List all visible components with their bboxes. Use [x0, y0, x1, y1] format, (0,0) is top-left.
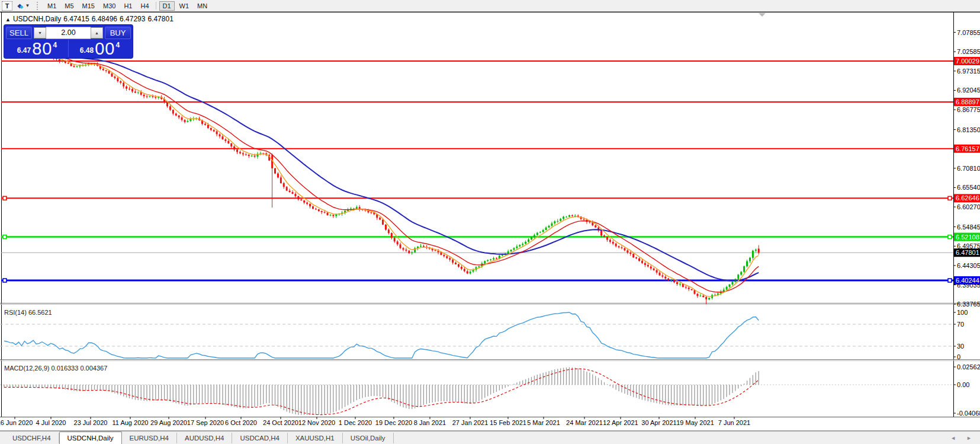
volume-decrease-button[interactable]: ▼ [34, 27, 46, 39]
buy-price-big: 00 [95, 41, 115, 56]
level-price-label: 6.62646 [956, 194, 979, 202]
chart-tab-audusd[interactable]: AUDUSD,H4 [177, 433, 232, 443]
date-tick: 15 Feb 2021 [490, 419, 526, 426]
volume-increase-button[interactable]: ▲ [91, 27, 103, 39]
date-tick: 30 Apr 2021 [641, 419, 676, 426]
level-price-label: 6.88897 [956, 98, 979, 106]
line-handle[interactable] [948, 279, 952, 282]
price-tick: 6.92045 [957, 87, 980, 94]
sell-price-pip: 4 [53, 41, 57, 49]
ohlc-high: 6.48496 [92, 15, 117, 23]
date-tick: 7 Jun 2021 [718, 419, 750, 426]
rsi-label: RSI(14) 66.5621 [4, 309, 52, 316]
line-handle[interactable] [3, 279, 7, 282]
rsi-tick: 70 [957, 321, 964, 328]
level-price-label: 6.52108 [956, 234, 979, 241]
date-tick: 8 Jan 2021 [414, 419, 446, 426]
date-tick: 24 Oct 2020 [263, 419, 298, 426]
line-handle[interactable] [3, 196, 7, 200]
macd-tick: -0.040687 [957, 410, 980, 417]
price-tick: 7.02585 [957, 48, 980, 55]
buy-button[interactable]: BUY [105, 27, 131, 39]
date-tick: 24 Mar 2021 [566, 419, 603, 426]
chart-title: ▲USDCNH,Daily6.474156.484966.472936.4780… [5, 15, 176, 23]
chart-tab-bar: USDCHF,H4USDCNH,DailyEURUSD,H4AUDUSD,H4U… [0, 431, 980, 444]
macd-tick: 0.00 [957, 381, 969, 388]
rsi-tick: 100 [957, 309, 968, 316]
sell-button[interactable]: SELL [6, 27, 32, 39]
macd-tick: 0.025623 [957, 363, 980, 370]
buy-price[interactable]: 6.48 00 4 [69, 40, 131, 57]
current-price-label: 6.47801 [956, 249, 979, 256]
chart-tab-usoil[interactable]: USOil,Daily [343, 433, 394, 443]
line-handle[interactable] [948, 196, 952, 200]
date-tick: 12 Nov 2020 [298, 419, 335, 426]
price-tick: 6.70810 [957, 165, 980, 172]
date-tick: 12 Apr 2021 [603, 419, 638, 426]
date-tick: 29 Aug 2020 [150, 419, 187, 426]
mt4-window: T ◆ ◆ ▼ M1M5M15M30H1H4D1W1MN ▲USDCNH,Dai… [0, 0, 980, 444]
rsi-tick: 30 [957, 343, 964, 350]
level-price-label: 6.76157 [956, 145, 979, 152]
chart-background [0, 12, 980, 431]
date-tick: 19 Dec 2020 [375, 419, 412, 426]
one-click-trading-panel: SELL ▼ 2.00 ▲ BUY 6.47 80 4 6.48 00 4 [4, 25, 133, 58]
rsi-tick: 0 [957, 353, 960, 360]
sell-price-big: 80 [32, 41, 52, 56]
buy-price-prefix: 6.48 [80, 46, 94, 55]
macd-label: MACD(12,26,9) 0.016333 0.004367 [4, 365, 107, 372]
price-tick: 7.07855 [957, 29, 980, 36]
date-tick: 16 Jun 2020 [0, 419, 33, 426]
buy-price-pip: 4 [115, 41, 120, 49]
ohlc-close: 6.47801 [147, 15, 173, 23]
chart-tab-eurusd[interactable]: EURUSD,H4 [122, 433, 177, 443]
symbol-period: USDCNH,Daily [13, 15, 61, 23]
price-tick: 6.33765 [957, 301, 980, 308]
price-tick: 6.44305 [957, 262, 980, 269]
line-handle[interactable] [3, 235, 7, 239]
date-tick: 27 Jan 2021 [452, 419, 489, 426]
line-handle[interactable] [948, 235, 952, 239]
price-chart[interactable]: RSI(14) 66.5621MACD(12,26,9) 0.016333 0.… [0, 0, 980, 444]
sell-price-prefix: 6.47 [17, 46, 31, 55]
level-price-label: 7.00029 [956, 58, 979, 65]
price-tick: 6.86775 [957, 106, 980, 113]
price-tick: 6.81350 [957, 126, 980, 133]
chart-tab-usdcad[interactable]: USDCAD,H4 [232, 433, 287, 443]
ohlc-low: 6.47293 [120, 15, 145, 23]
price-tick: 6.54845 [957, 223, 980, 231]
date-tick: 4 Jul 2020 [36, 419, 66, 426]
chart-tab-usdchf[interactable]: USDCHF,H4 [5, 433, 59, 443]
level-price-label: 6.40244 [956, 277, 979, 284]
ohlc-open: 6.47415 [63, 15, 89, 23]
collapse-arrow-icon[interactable]: ▲ [5, 17, 11, 23]
date-tick: 19 May 2021 [676, 419, 714, 426]
chart-tab-usdcnh[interactable]: USDCNH,Daily [59, 432, 122, 444]
sell-price[interactable]: 6.47 80 4 [6, 40, 69, 57]
tabs-scroll-left-button[interactable]: ◄ [950, 435, 956, 441]
tabs-scroll-right-button[interactable]: ► [966, 435, 972, 441]
date-tick: 17 Sep 2020 [187, 419, 224, 426]
date-tick: 6 Oct 2020 [225, 419, 257, 426]
date-tick: 11 Aug 2020 [113, 419, 149, 426]
date-tick: 23 Jul 2020 [74, 419, 108, 426]
volume-input[interactable]: 2.00 [46, 27, 91, 39]
price-tick: 6.60270 [957, 203, 980, 210]
price-tick: 6.65540 [957, 184, 980, 191]
date-tick: 5 Mar 2021 [527, 419, 560, 426]
date-tick: 1 Dec 2020 [339, 419, 372, 426]
price-tick: 6.97315 [957, 68, 980, 75]
chart-tab-xauusd[interactable]: XAUUSD,H1 [288, 433, 343, 443]
